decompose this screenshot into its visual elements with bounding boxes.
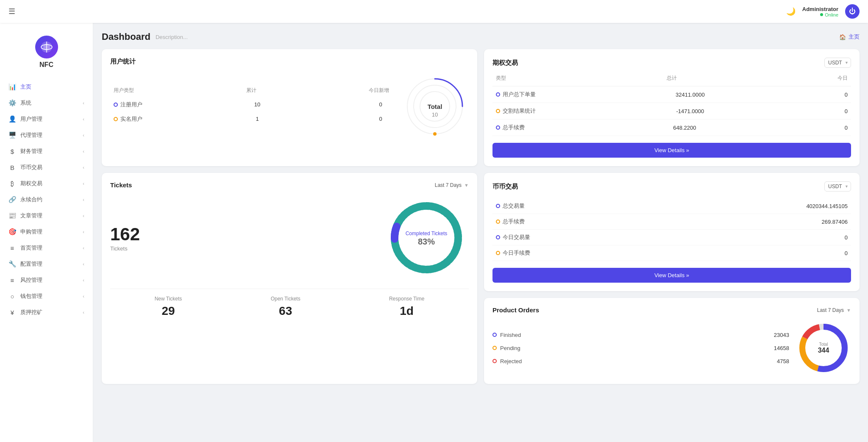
product-orders-filter[interactable]: Last 7 Days ▼ [817,307,851,313]
open-tickets-stat: Open Tickets 63 [271,296,300,318]
page-title: Dashboard [102,31,150,42]
page-description: Description... [156,34,188,40]
sidebar-item-finance[interactable]: $ 财务管理 ‹ [0,143,93,159]
nav-arrow-article: ‹ [83,213,84,218]
coin-currency-select[interactable]: USDT [824,181,851,192]
topbar-right: 🌙 Administrator Online ⏻ [786,4,860,19]
nav-label-subscribe: 申购管理 [20,228,42,236]
futures-currency-dropdown[interactable]: USDT [824,58,851,68]
nav-icon-futures: ₿ [8,180,16,187]
hamburger-icon[interactable]: ☰ [8,7,15,16]
topbar-left: ☰ [8,7,15,16]
nav-icon-perpetual: 🔗 [8,196,16,203]
nav-icon-agent-mgmt: 🖥️ [8,131,16,139]
nav-arrow-finance: ‹ [83,149,84,154]
nav-label-wallet: 钱包管理 [20,292,42,300]
orders-donut-chart: Total 344 [796,320,851,375]
futures-view-details-button[interactable]: View Details » [492,143,851,158]
nav-arrow-subscribe: ‹ [83,229,84,234]
coin-trading-title: 币币交易 [492,183,518,191]
sidebar-item-config[interactable]: 🔧 配置管理 ‹ [0,256,93,272]
nav-arrow-perpetual: ‹ [83,197,84,202]
new-tickets-stat: New Tickets 29 [155,296,182,318]
nav-arrow-user-mgmt: ‹ [83,117,84,122]
coin-trading-card: 币币交易 USDT 总交易量 4020344.145105 总手续费 [484,173,860,291]
sidebar-item-home[interactable]: 📊 主页 [0,79,93,95]
tickets-donut-chart: Completed Tickets 83% [384,195,469,280]
logo-text: NFC [39,61,53,69]
svg-text:344: 344 [818,347,829,354]
tickets-filter[interactable]: Last 7 Days ▼ [435,182,469,188]
nav-arrow-homepage: ‹ [83,245,84,250]
sidebar-logo: NFC [0,31,93,79]
nav-arrow-wallet: ‹ [83,294,84,299]
nav-label-mining: 质押挖矿 [20,309,42,316]
user-stat-row: 实名用户 1 0 [110,112,392,126]
coin-row: 总交易量 4020344.145105 [492,198,851,214]
order-row: Finished 23043 [492,328,789,342]
sidebar-item-wallet[interactable]: ○ 钱包管理 ‹ [0,288,93,304]
nav-icon-coin-trade: B [8,164,16,171]
user-status: Online [820,12,838,17]
home-icon: 🏠 [839,34,846,40]
sidebar-item-user-mgmt[interactable]: 👤 用户管理 ‹ [0,111,93,127]
nav-arrow-futures: ‹ [83,181,84,186]
futures-header: 期权交易 USDT [492,58,851,68]
futures-currency-select[interactable]: USDT [824,58,851,68]
moon-icon[interactable]: 🌙 [786,7,796,16]
nav-icon-system: ⚙️ [8,99,16,107]
page-header-left: Dashboard Description... [102,31,188,42]
sidebar-item-risk[interactable]: ≡ 风控管理 ‹ [0,272,93,288]
sidebar: NFC 📊 主页 ⚙️ 系统 ‹ 👤 用户管理 ‹ 🖥️ 代理管理 [0,23,93,442]
sidebar-item-perpetual[interactable]: 🔗 永续合约 ‹ [0,192,93,208]
nav-arrow-coin-trade: ‹ [83,165,84,170]
home-link[interactable]: 🏠 主页 [839,33,860,41]
svg-text:10: 10 [432,111,438,118]
order-row: Rejected 4758 [492,355,789,368]
status-dot [820,13,823,16]
power-button[interactable]: ⏻ [845,4,860,19]
nav-arrow-risk: ‹ [83,278,84,283]
response-time-stat: Response Time 1d [389,296,424,318]
svg-text:Total: Total [428,103,442,110]
tickets-title: Tickets [110,181,132,189]
tickets-stats: New Tickets 29 Open Tickets 63 Response … [110,289,469,318]
sidebar-item-system[interactable]: ⚙️ 系统 ‹ [0,95,93,111]
svg-text:83%: 83% [418,237,435,246]
nav-label-user-mgmt: 用户管理 [20,115,42,123]
coin-view-details-button[interactable]: View Details » [492,268,851,283]
nav-label-config: 配置管理 [20,260,42,268]
user-stats-rows: 注册用户 10 0 实名用户 1 0 [110,97,392,126]
nav-icon-user-mgmt: 👤 [8,115,16,123]
user-stat-row: 注册用户 10 0 [110,97,392,112]
sidebar-item-homepage[interactable]: ≡ 首页管理 ‹ [0,240,93,256]
svg-text:Total: Total [819,342,828,347]
sidebar-item-subscribe[interactable]: 🎯 申购管理 ‹ [0,224,93,240]
svg-text:Completed Tickets: Completed Tickets [406,231,448,236]
coin-row: 今日手续费 0 [492,245,851,261]
sidebar-item-agent-mgmt[interactable]: 🖥️ 代理管理 ‹ [0,127,93,143]
coin-currency-dropdown[interactable]: USDT [824,181,851,192]
product-orders-rows: Finished 23043 Pending 14658 Rejected 47… [492,328,789,368]
topbar: ☰ 🌙 Administrator Online ⏻ [0,0,868,23]
nav-label-system: 系统 [20,99,31,107]
futures-row: 交割结果统计 -1471.0000 0 [492,103,851,120]
nav-label-perpetual: 永续合约 [20,196,42,203]
nav-icon-mining: ¥ [8,309,16,316]
nav-arrow-system: ‹ [83,100,84,106]
nav-icon-article: 📰 [8,212,16,220]
coin-row: 今日交易量 0 [492,230,851,245]
nav-icon-finance: $ [8,148,16,155]
futures-row: 总手续费 648.2200 0 [492,120,851,136]
sidebar-item-mining[interactable]: ¥ 质押挖矿 ‹ [0,304,93,320]
svg-point-7 [433,132,437,136]
sidebar-item-article[interactable]: 📰 文章管理 ‹ [0,208,93,224]
tickets-header: Tickets Last 7 Days ▼ [110,181,469,189]
layout: NFC 📊 主页 ⚙️ 系统 ‹ 👤 用户管理 ‹ 🖥️ 代理管理 [0,0,868,442]
nav-arrow-agent-mgmt: ‹ [83,133,84,138]
product-orders-header: Product Orders Last 7 Days ▼ [492,306,851,314]
sidebar-item-coin-trade[interactable]: B 币币交易 ‹ [0,159,93,175]
order-row: Pending 14658 [492,342,789,355]
futures-row: 用户总下单量 32411.0000 0 [492,86,851,103]
sidebar-item-futures[interactable]: ₿ 期权交易 ‹ [0,175,93,192]
